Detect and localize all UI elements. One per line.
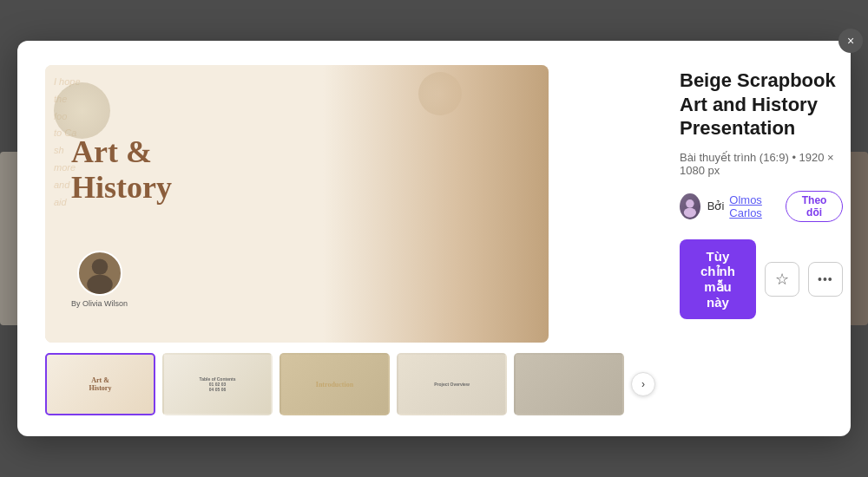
slide-title-area: Art & History — [71, 134, 172, 206]
thumbnail-2[interactable]: Table of Contents01 02 0304 05 06 — [162, 353, 273, 415]
thumb-2-label: Table of Contents01 02 0304 05 06 — [200, 376, 236, 392]
slide-avatar — [77, 251, 122, 296]
author-avatar — [680, 193, 700, 219]
star-icon: ☆ — [775, 270, 789, 289]
thumb-2-content: Table of Contents01 02 0304 05 06 — [164, 355, 271, 414]
main-preview: I hope the foo to Ca sh more and aid Art… — [45, 65, 549, 343]
thumb-4-content: Project Overview — [398, 355, 505, 414]
thumb-5-content — [516, 355, 622, 414]
template-title: Beige Scrapbook Art and History Presenta… — [680, 69, 843, 140]
author-info: Bởi Olmos Carlos — [707, 193, 779, 219]
customize-button[interactable]: Tùy chỉnh mẫu này — [680, 239, 756, 319]
thumbnail-1[interactable]: Art &History — [45, 353, 155, 415]
slide-preview: I hope the foo to Ca sh more and aid Art… — [45, 65, 549, 343]
action-row: Tùy chỉnh mẫu này ☆ ••• — [680, 239, 843, 319]
thumbnail-4[interactable]: Project Overview — [397, 353, 507, 415]
info-section: Beige Scrapbook Art and History Presenta… — [680, 65, 843, 415]
svg-point-0 — [91, 258, 107, 274]
template-meta: Bài thuyết trình (16:9) • 1920 × 1080 px — [680, 151, 843, 177]
author-row: Bởi Olmos Carlos Theo dõi — [680, 191, 843, 222]
thumb-1-title: Art &History — [88, 375, 114, 394]
thumbnail-3[interactable]: Introduction — [279, 353, 390, 415]
close-button[interactable]: × — [838, 29, 863, 53]
more-options-button[interactable]: ••• — [808, 262, 843, 297]
thumb-3-title: Introduction — [314, 379, 355, 390]
thumb-1-content: Art &History — [47, 355, 154, 414]
flower-left-decoration — [54, 82, 110, 139]
slide-title-line2: History — [71, 170, 172, 206]
star-button[interactable]: ☆ — [765, 262, 799, 297]
thumb-4-label: Project Overview — [434, 382, 470, 387]
modal-body: I hope the foo to Ca sh more and aid Art… — [45, 65, 823, 415]
thumbnail-5[interactable] — [514, 353, 624, 415]
template-modal: × I hope the foo to Ca sh more and aid A… — [17, 41, 851, 436]
follow-button[interactable]: Theo dõi — [786, 191, 843, 222]
svg-point-1 — [87, 275, 113, 294]
svg-point-3 — [684, 207, 696, 217]
thumbnails-row: Art &History Table of Contents01 02 0304… — [45, 353, 655, 415]
preview-section: I hope the foo to Ca sh more and aid Art… — [45, 65, 655, 415]
more-icon: ••• — [818, 272, 833, 286]
author-name-link[interactable]: Olmos Carlos — [729, 193, 779, 219]
statue-decoration — [323, 65, 549, 343]
slide-title-line1: Art & — [71, 134, 172, 170]
slide-avatar-area: By Olivia Wilson — [71, 251, 128, 308]
thumb-3-content: Introduction — [281, 355, 388, 414]
author-prefix: Bởi — [707, 199, 725, 212]
thumbnails-next-button[interactable]: › — [631, 372, 655, 396]
svg-point-2 — [686, 199, 694, 207]
slide-author-name: By Olivia Wilson — [71, 299, 128, 308]
